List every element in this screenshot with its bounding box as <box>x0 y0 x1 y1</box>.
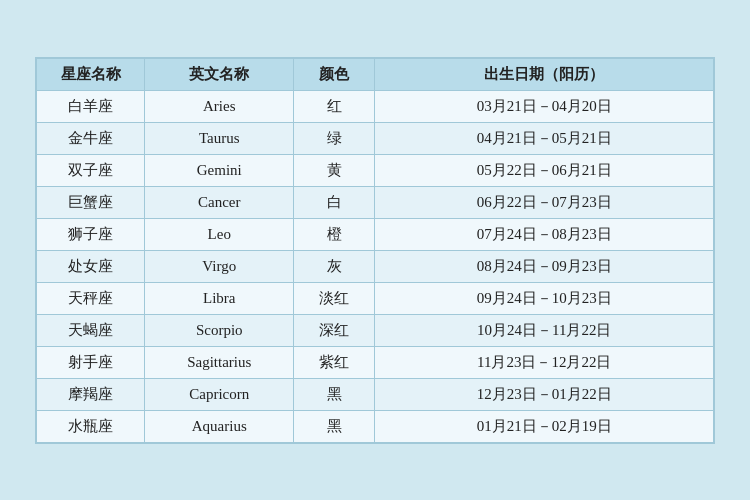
cell-date: 07月24日－08月23日 <box>375 218 714 250</box>
cell-color: 黑 <box>294 378 375 410</box>
cell-chinese: 摩羯座 <box>37 378 145 410</box>
header-english: 英文名称 <box>145 58 294 90</box>
zodiac-table: 星座名称 英文名称 颜色 出生日期（阳历） 白羊座Aries红03月21日－04… <box>36 58 714 443</box>
table-header-row: 星座名称 英文名称 颜色 出生日期（阳历） <box>37 58 714 90</box>
cell-date: 04月21日－05月21日 <box>375 122 714 154</box>
table-row: 天蝎座Scorpio深红10月24日－11月22日 <box>37 314 714 346</box>
cell-color: 紫红 <box>294 346 375 378</box>
cell-date: 10月24日－11月22日 <box>375 314 714 346</box>
cell-date: 06月22日－07月23日 <box>375 186 714 218</box>
cell-chinese: 狮子座 <box>37 218 145 250</box>
cell-english: Gemini <box>145 154 294 186</box>
cell-chinese: 巨蟹座 <box>37 186 145 218</box>
cell-color: 深红 <box>294 314 375 346</box>
header-chinese: 星座名称 <box>37 58 145 90</box>
table-row: 水瓶座Aquarius黑01月21日－02月19日 <box>37 410 714 442</box>
cell-chinese: 水瓶座 <box>37 410 145 442</box>
cell-color: 灰 <box>294 250 375 282</box>
cell-date: 09月24日－10月23日 <box>375 282 714 314</box>
table-row: 巨蟹座Cancer白06月22日－07月23日 <box>37 186 714 218</box>
cell-english: Cancer <box>145 186 294 218</box>
cell-english: Libra <box>145 282 294 314</box>
table-row: 金牛座Taurus绿04月21日－05月21日 <box>37 122 714 154</box>
cell-english: Aries <box>145 90 294 122</box>
cell-chinese: 天秤座 <box>37 282 145 314</box>
cell-date: 05月22日－06月21日 <box>375 154 714 186</box>
cell-color: 红 <box>294 90 375 122</box>
cell-date: 08月24日－09月23日 <box>375 250 714 282</box>
cell-color: 黑 <box>294 410 375 442</box>
cell-date: 11月23日－12月22日 <box>375 346 714 378</box>
header-date: 出生日期（阳历） <box>375 58 714 90</box>
table-row: 摩羯座Capricorn黑12月23日－01月22日 <box>37 378 714 410</box>
table-row: 狮子座Leo橙07月24日－08月23日 <box>37 218 714 250</box>
table-row: 处女座Virgo灰08月24日－09月23日 <box>37 250 714 282</box>
cell-color: 橙 <box>294 218 375 250</box>
cell-english: Aquarius <box>145 410 294 442</box>
cell-chinese: 金牛座 <box>37 122 145 154</box>
cell-color: 淡红 <box>294 282 375 314</box>
cell-chinese: 白羊座 <box>37 90 145 122</box>
table-row: 天秤座Libra淡红09月24日－10月23日 <box>37 282 714 314</box>
cell-chinese: 处女座 <box>37 250 145 282</box>
cell-chinese: 射手座 <box>37 346 145 378</box>
cell-english: Taurus <box>145 122 294 154</box>
cell-english: Capricorn <box>145 378 294 410</box>
cell-color: 白 <box>294 186 375 218</box>
cell-chinese: 天蝎座 <box>37 314 145 346</box>
cell-date: 12月23日－01月22日 <box>375 378 714 410</box>
cell-english: Sagittarius <box>145 346 294 378</box>
table-row: 射手座Sagittarius紫红11月23日－12月22日 <box>37 346 714 378</box>
header-color: 颜色 <box>294 58 375 90</box>
cell-english: Virgo <box>145 250 294 282</box>
cell-english: Scorpio <box>145 314 294 346</box>
cell-date: 03月21日－04月20日 <box>375 90 714 122</box>
cell-color: 绿 <box>294 122 375 154</box>
table-row: 白羊座Aries红03月21日－04月20日 <box>37 90 714 122</box>
zodiac-table-container: 星座名称 英文名称 颜色 出生日期（阳历） 白羊座Aries红03月21日－04… <box>35 57 715 444</box>
cell-chinese: 双子座 <box>37 154 145 186</box>
cell-date: 01月21日－02月19日 <box>375 410 714 442</box>
table-row: 双子座Gemini黄05月22日－06月21日 <box>37 154 714 186</box>
cell-color: 黄 <box>294 154 375 186</box>
cell-english: Leo <box>145 218 294 250</box>
